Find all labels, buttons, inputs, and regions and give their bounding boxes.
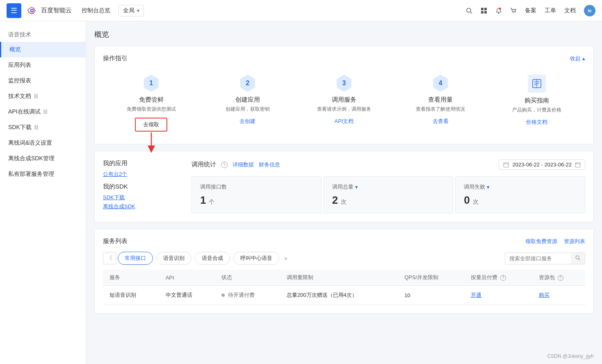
sidebar-item-overview[interactable]: 概览 — [0, 42, 86, 57]
resource-help-icon[interactable]: ? — [558, 275, 563, 281]
date-range-text: 2023-06-22 - 2023-06-22 — [512, 162, 572, 168]
cart-action[interactable] — [510, 7, 517, 14]
my-apps-title: 我的应用 — [103, 159, 185, 167]
th-qps: QPS/并发限制 — [398, 270, 464, 286]
notification-action[interactable] — [495, 7, 502, 14]
gongdan-link[interactable]: 工单 — [545, 7, 556, 14]
svg-rect-21 — [504, 163, 509, 167]
sidebar-item-private-deploy[interactable]: 私有部署服务管理 — [0, 166, 86, 182]
date-range-picker[interactable]: 2023-06-22 - 2023-06-22 — [499, 159, 585, 170]
call-stats-finance-tab[interactable]: 财务信息 — [259, 161, 280, 168]
resource-list-link[interactable]: 资源列表 — [564, 238, 585, 245]
tab-asr[interactable]: 语音识别 — [156, 252, 192, 265]
sidebar-item-label: 概览 — [9, 46, 21, 53]
stat-label-2: 调用总量 — [332, 183, 353, 191]
logo[interactable]: 百度智能云 — [26, 5, 72, 16]
public-cloud-link[interactable]: 公有云2个 — [103, 171, 185, 178]
stat-box-failed: 调用失败 ▾ 0 次 — [455, 176, 585, 214]
my-apps-section: 我的应用 公有云2个 我的SDK SDK下载 离线合成SDK — [103, 159, 185, 214]
service-list-actions: 领取免费资源 资源列表 — [525, 238, 585, 245]
stat-label-1: 调用接口数 — [200, 183, 227, 191]
sidebar-item-monitor[interactable]: 监控报表 — [0, 73, 86, 89]
tab-common[interactable]: 常用接口 — [118, 252, 153, 265]
menu-button[interactable]: ☰ — [7, 3, 21, 18]
sidebar-item-api-debug[interactable]: API在线调试 ⛓ — [0, 104, 86, 120]
sdk-download-link[interactable]: SDK下载 — [103, 194, 185, 201]
svg-rect-9 — [484, 11, 487, 14]
offline-sdk-link[interactable]: 离线合成SDK — [103, 203, 185, 210]
step-2-name: 创建应用 — [235, 96, 260, 104]
sidebar-item-sdk[interactable]: SDK下载 ⛓ — [0, 120, 86, 135]
sidebar-item-apps[interactable]: 应用列表 — [0, 57, 86, 73]
sidebar-item-label: 监控报表 — [8, 77, 31, 84]
status-text: 待开通付费 — [228, 292, 255, 298]
sidebar-item-label: 离线合成SDK管理 — [8, 155, 55, 162]
service-list-title: 服务列表 — [103, 237, 128, 245]
tab-tts[interactable]: 语音合成 — [195, 252, 230, 265]
svg-rect-25 — [575, 163, 580, 167]
dropdown-icon-3[interactable]: ▾ — [487, 184, 490, 190]
svg-marker-15 — [148, 146, 155, 153]
op-guide-collapse-btn[interactable]: 收起 ▴ — [570, 55, 585, 62]
step-5-book-icon — [528, 75, 546, 93]
svg-point-11 — [499, 7, 501, 9]
svg-rect-7 — [484, 8, 487, 10]
tab-callcenter[interactable]: 呼叫中心语音 — [233, 252, 279, 265]
op-step-5: 购买指南 产品购买，计费及价格 价格文档 — [489, 71, 585, 136]
step-3-link[interactable]: API文档 — [335, 118, 354, 125]
stat-label-3: 调用失败 — [464, 183, 485, 191]
sidebar-item-label: 应用列表 — [8, 61, 31, 69]
th-service: 服务 — [103, 270, 159, 286]
step-1-name: 免费尝鲜 — [139, 96, 164, 104]
service-search-button[interactable] — [571, 253, 585, 264]
beian-link[interactable]: 备案 — [525, 7, 536, 14]
step-2-link[interactable]: 去创建 — [239, 118, 255, 125]
step-4-link[interactable]: 去查看 — [433, 118, 449, 125]
td-api: 中文普通话 — [159, 286, 215, 305]
th-postpay: 按量后付费 ? — [464, 270, 532, 286]
sidebar-item-offline-sdk-mgmt[interactable]: 离线合成SDK管理 — [0, 151, 86, 166]
stat-value-2: 2 次 — [332, 194, 445, 207]
step-2-desc: 创建应用，获取密钥 — [226, 105, 270, 113]
step-1-btn[interactable]: 去领取 — [135, 118, 167, 132]
sidebar-item-docs[interactable]: 技术文档 ⛓ — [0, 89, 86, 104]
call-stats-help-icon[interactable]: ? — [221, 162, 228, 168]
search-action[interactable] — [466, 7, 472, 14]
apps-stats-card: 我的应用 公有云2个 我的SDK SDK下载 离线合成SDK 调用统计 ? 详细… — [94, 151, 594, 222]
tab-more-btn[interactable]: » — [281, 253, 291, 264]
tab-prev-btn[interactable]: 《 — [103, 252, 116, 264]
status-dot — [221, 293, 225, 297]
td-service: 短语音识别 — [103, 286, 159, 305]
call-stats-section: 调用统计 ? 详细数据 财务信息 2023-06-22 - 2023-06-2 — [192, 159, 585, 214]
step-4-hex: 4 — [432, 75, 449, 92]
postpay-help-icon[interactable]: ? — [500, 275, 506, 281]
sidebar-section-title: 语音技术 — [0, 28, 86, 42]
resource-buy-link[interactable]: 购买 — [539, 292, 550, 298]
svg-point-12 — [513, 12, 513, 13]
external-link-icon: ⛓ — [34, 93, 39, 99]
sidebar-item-offline-words[interactable]: 离线词&语义设置 — [0, 135, 86, 151]
region-arrow-icon — [137, 8, 139, 14]
logo-text: 百度智能云 — [41, 7, 72, 14]
call-stats-detail-tab[interactable]: 详细数据 — [233, 161, 254, 168]
step-5-link[interactable]: 价格文档 — [526, 118, 547, 126]
user-avatar[interactable]: Ie — [584, 5, 595, 16]
sidebar-item-label: 私有部署服务管理 — [8, 171, 54, 178]
free-resources-link[interactable]: 领取免费资源 — [525, 238, 557, 245]
service-search-input[interactable] — [505, 253, 571, 264]
svg-point-13 — [515, 12, 515, 13]
date-calendar-icon — [575, 162, 581, 168]
apps-action[interactable] — [481, 7, 487, 14]
service-tabs-bar: 《 常用接口 语音识别 语音合成 呼叫中心语音 » — [103, 252, 585, 265]
svg-line-5 — [470, 12, 472, 14]
dropdown-icon-2[interactable]: ▾ — [355, 184, 358, 190]
region-selector[interactable]: 全局 — [119, 5, 144, 16]
postpay-link[interactable]: 开通 — [471, 292, 481, 298]
op-step-2: 2 创建应用 创建应用，获取密钥 去创建 — [199, 71, 296, 136]
op-step-3: 3 调用服务 查看请求示例，调用服务 API文档 — [296, 71, 392, 136]
step-2-hex: 2 — [239, 75, 256, 92]
nav-console[interactable]: 控制台总览 — [82, 7, 110, 14]
wendang-link[interactable]: 文档 — [564, 7, 576, 14]
op-guide-title: 操作指引 — [103, 55, 128, 62]
external-link-icon-3: ⛓ — [34, 125, 39, 130]
